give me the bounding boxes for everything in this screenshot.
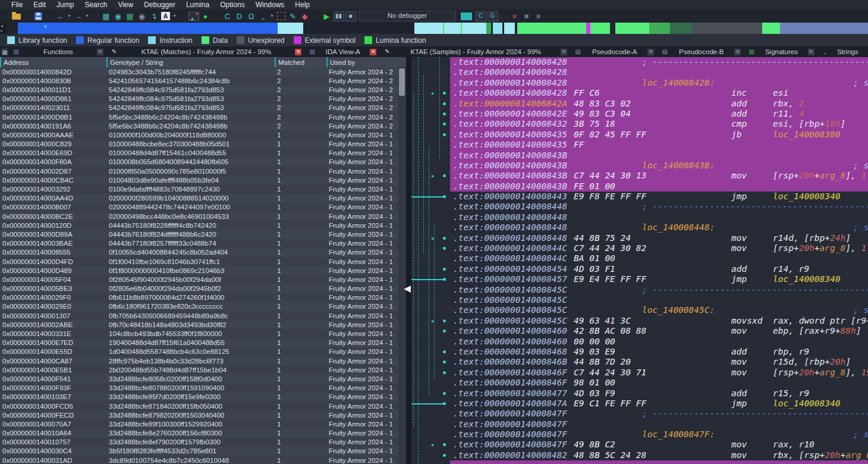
table-row[interactable]: 0x000000014000E69D010000488d4d87ff15461c… xyxy=(0,149,398,158)
tab-signatures[interactable]: ▤Signatures✕ xyxy=(745,46,817,57)
navband-next-icon[interactable]: ▸ xyxy=(1,28,3,33)
dropdown-caret-icon[interactable]: ▾ xyxy=(269,11,275,22)
table-row[interactable]: 0x00000001400029E00fb6c180f961720383e820… xyxy=(0,302,398,311)
disasm-line[interactable]: .text:000000014000847F xyxy=(411,419,868,429)
table-row[interactable]: 0x0000000140002ABE0fb70c48418b148a4803d3… xyxy=(0,320,398,329)
disasm-line[interactable]: .text:00000001400084544D 03 F1addr14, r9 xyxy=(411,264,868,274)
menu-windows[interactable]: Windows xyxy=(250,0,290,10)
navigator-image-icon[interactable] xyxy=(188,11,199,22)
table-row[interactable]: 0x000000014000E55D1d0400488d5587488bcb4c… xyxy=(0,347,398,356)
table-row[interactable]: 0x000000014000D4FD0f1f00410fbe1069c81046… xyxy=(0,257,398,266)
open-file-icon[interactable] xyxy=(11,11,22,22)
table-row[interactable]: 0x00000001400031AD3dc89d0100754e4c8b7c24… xyxy=(0,456,398,464)
table-row[interactable]: 0x00000001400030C43b5f180f8283feffff4533… xyxy=(0,447,398,456)
disasm-line[interactable]: .text:000000014000842A48 83 C3 02addrbx,… xyxy=(411,99,868,109)
lumina-c-icon[interactable]: C xyxy=(475,11,486,22)
tab-close-icon[interactable]: ✕ xyxy=(370,49,376,55)
disasm-line[interactable]: .text:0000000140008428 xyxy=(411,67,868,77)
disasm-line[interactable]: .text:000000014000846000 00 00 xyxy=(411,337,868,347)
disasm-line[interactable]: .text:000000014000843Bloc_14000843B:; s xyxy=(411,161,868,171)
table-row[interactable]: 0x00000001400191A65f5e5bc3488b6c24204c8b… xyxy=(0,121,398,130)
table-row[interactable]: 0x000000014000C829010000488bcbe8ec370300… xyxy=(0,140,398,149)
table-row[interactable]: 0x0000000140010A6433d2488bcfe8e2760200ff… xyxy=(0,429,398,438)
tab-pseudocode-b[interactable]: ▤Pseudocode-B✕ xyxy=(658,46,744,57)
pause-icon[interactable]: ▮▮ xyxy=(333,11,344,22)
table-row[interactable]: 0x00000001400013070fb705b643050066894594… xyxy=(0,311,398,320)
table-row[interactable]: 0x0000000140002D8701000f850a05000090c785… xyxy=(0,167,398,175)
menu-lumina[interactable]: Lumina xyxy=(181,0,215,10)
disasm-line[interactable]: .text:000000014000844844 8B 75 24movr14d… xyxy=(411,233,868,243)
tab-strings[interactable]: „Strings xyxy=(819,46,867,57)
disasm-line[interactable]: .text:000000014000846849 03 E9addrbp, r9 xyxy=(411,347,868,357)
disasm-line[interactable]: .text:000000014000847Floc_14000847F:; s xyxy=(411,429,868,440)
table-row[interactable]: 0x000000014000E7ED190400488d4d87ff15f61a… xyxy=(0,338,398,347)
table-row[interactable]: 0x000000014000CA8728ffc975b4eb138b4b0c33… xyxy=(0,356,398,365)
table-row[interactable]: 0x000000014000D86154242849ffc084c975d581… xyxy=(0,95,398,104)
table-row[interactable]: 0x000000014000E5B12b0200488d55b7488d4d87… xyxy=(0,365,398,374)
comment-icon[interactable]: „ xyxy=(257,11,269,22)
tab-close-icon[interactable]: ✕ xyxy=(295,49,301,55)
problems-list-icon[interactable]: ≡ xyxy=(509,11,520,22)
table-row[interactable]: 0x000000014000842D024983c3043b75180f8245… xyxy=(0,67,398,76)
table-row[interactable]: 0x000000014000CB4C01004803d8e90afeffff48… xyxy=(0,175,398,184)
tab-ida-view-a[interactable]: ▤IDA View-A✕ xyxy=(306,46,379,57)
disasm-line[interactable]: .text:000000014000846F98 01 00 xyxy=(411,378,868,388)
disasm-line[interactable]: .text:00000001400084323B 75 18cmpesi, [r… xyxy=(411,119,868,129)
create-loop-icon[interactable]: Ω xyxy=(246,11,257,22)
tab-close-icon[interactable]: ✕ xyxy=(647,49,654,55)
run-icon[interactable]: ▶ xyxy=(321,11,332,22)
table-row[interactable]: 0x000000014000D89A04443b76180f824dffffff… xyxy=(0,230,398,239)
disasm-line[interactable]: .text:000000014000846042 8B AC 08 88move… xyxy=(411,326,868,336)
table-scrollbar-thumb[interactable] xyxy=(399,68,405,96)
table-row[interactable]: 0x0000000140003BAE04443b77180f8257ffffff… xyxy=(0,239,398,248)
dropdown-caret-icon[interactable]: ▾ xyxy=(172,11,177,22)
tab-close-icon[interactable]: ✕ xyxy=(808,49,814,55)
panel-splitter[interactable] xyxy=(406,57,411,464)
menu-view[interactable]: View xyxy=(112,0,139,10)
table-row[interactable]: 0x000000014000F54133d2488bcfe8058c0200ff… xyxy=(0,374,398,383)
debugger-select[interactable]: No debugger xyxy=(358,11,456,21)
disasm-line[interactable]: .text:0000000140008457E9 E4 FE FF FFjmpl… xyxy=(411,274,868,284)
breakpoints-icon[interactable]: ◉ xyxy=(112,11,124,22)
save-file-icon[interactable] xyxy=(33,11,44,22)
selection-box-icon[interactable] xyxy=(275,11,287,22)
table-row[interactable]: 0x000000014000FECD33d2488bcfe879820200ff… xyxy=(0,410,398,419)
disasm-line[interactable]: .text:0000000140008448 xyxy=(411,212,868,222)
table-row[interactable]: 0x00000001400085550f10055cd404008844245c… xyxy=(0,248,398,257)
disasm-line[interactable]: .text:0000000140008448; ----------------… xyxy=(411,202,868,212)
disasm-line[interactable]: .text:0000000140008428FF C6incesi▸ xyxy=(411,88,868,98)
disasm-line[interactable]: .text:00000001400084350F 82 45 FF FFjblo… xyxy=(411,130,868,140)
disasm-line[interactable]: .text:0000000140008428; ----------------… xyxy=(411,57,868,67)
column-header-address[interactable]: Address xyxy=(0,57,106,67)
navigation-band[interactable]: ◂ ▸ ▼ xyxy=(0,23,868,34)
disasm-line[interactable]: .text:000000014000848248 8B 5C 24 28movr… xyxy=(411,450,868,460)
table-row[interactable]: 0x0000000140005BE30f2805e6fb04000f294da0… xyxy=(0,284,398,293)
disasm-line[interactable]: .text:000000014000843B xyxy=(411,151,868,161)
disasm-line[interactable]: .text:0000000140008428loc_140008428:; s xyxy=(411,78,868,88)
table-row[interactable]: 0x000000014000FCD533d2488bcfe871840200ff… xyxy=(0,402,398,410)
disasm-line[interactable]: .text:0000000140008435FF xyxy=(411,140,868,150)
menu-help[interactable]: Help xyxy=(290,0,315,10)
table-row[interactable]: 0x000000014000D8B15f5e5bc3488b6c24204c8b… xyxy=(0,112,398,121)
tab-ktae-samples-fruity-armor-2024-99[interactable]: ✎KTAE (Samples) - Fruity Armor 2024 - 99… xyxy=(380,46,570,57)
column-header-used-by[interactable]: Used by xyxy=(326,57,397,67)
menu-edit[interactable]: Edit xyxy=(28,0,51,10)
tab-close-icon[interactable]: ✕ xyxy=(734,49,741,55)
nav-back-icon[interactable]: ← xyxy=(55,11,66,22)
disasm-line[interactable]: .text:000000014000842E49 83 C3 04addr11,… xyxy=(411,109,868,119)
nav-forward-icon[interactable]: → xyxy=(73,11,84,22)
record-icon[interactable]: ● xyxy=(200,11,211,22)
output-list-icon[interactable]: ≡ xyxy=(521,11,532,22)
disasm-line[interactable]: .text:000000014000846B44 8B 7D 20movr15d… xyxy=(411,357,868,367)
functions-window-icon[interactable]: ▦ xyxy=(100,11,112,22)
table-row[interactable]: 0x000000014000D4890f1f8000000000410fbe08… xyxy=(0,266,398,275)
disasm-line[interactable]: .text:000000014000846FC7 44 24 30 71mov[… xyxy=(411,368,868,378)
tab-close-icon[interactable]: ✕ xyxy=(97,49,103,55)
table-row[interactable]: 0x000000014002301154242849ffc084c975d581… xyxy=(0,104,398,112)
create-function-icon[interactable]: C xyxy=(222,11,233,22)
create-data-icon[interactable]: D xyxy=(234,11,245,22)
disasm-line[interactable]: .text:000000014000847F; ----------------… xyxy=(411,409,868,419)
menu-search[interactable]: Search xyxy=(79,0,112,10)
disasm-line[interactable]: .text:000000014000844CC7 44 24 30 82mov[… xyxy=(411,243,868,253)
edit-pencil-icon[interactable]: ✎ xyxy=(287,11,298,22)
